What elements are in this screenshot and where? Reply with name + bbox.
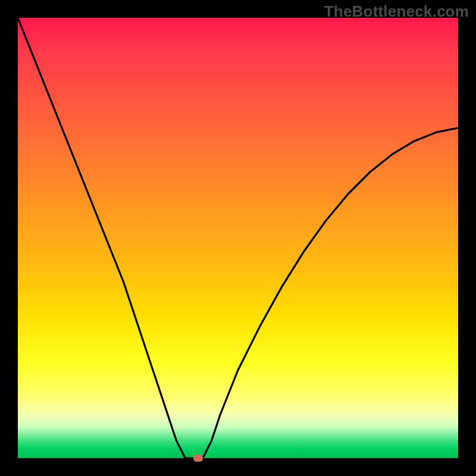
bottleneck-curve-path bbox=[18, 18, 458, 458]
watermark-text: TheBottleneck.com bbox=[324, 2, 469, 21]
plot-area bbox=[18, 18, 458, 458]
curve-svg bbox=[18, 18, 458, 458]
minimum-marker bbox=[193, 455, 203, 462]
chart-frame: TheBottleneck.com bbox=[0, 0, 476, 476]
